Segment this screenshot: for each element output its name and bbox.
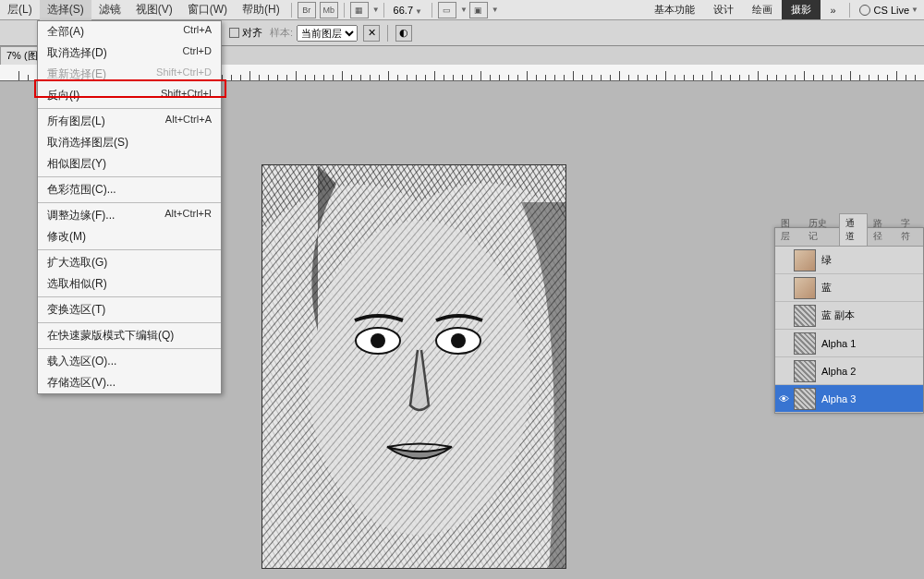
menubar: 层(L) 选择(S) 滤镜 视图(V) 窗口(W) 帮助(H) Br Mb ▦ …: [0, 0, 924, 20]
menu-item-shortcut: Ctrl+A: [183, 24, 212, 40]
panel-tab[interactable]: 字符: [895, 214, 923, 246]
align-checkbox[interactable]: [229, 28, 239, 38]
menu-help[interactable]: 帮助(H): [235, 0, 287, 20]
menu-item-label: 变换选区(T): [47, 302, 212, 318]
viewextras-icon[interactable]: ▦: [350, 2, 369, 18]
menu-item-label: 所有图层(L): [47, 114, 165, 129]
zoom-level[interactable]: 66.7▼: [394, 5, 422, 16]
menu-item-label: 取消选择图层(S): [47, 135, 212, 151]
arrange-icon[interactable]: ▭: [438, 2, 456, 18]
separator: [291, 3, 292, 18]
menu-item[interactable]: 变换选区(T): [38, 299, 221, 320]
panel-tab[interactable]: 通道: [839, 213, 869, 246]
workspace-design[interactable]: 设计: [704, 0, 743, 19]
menu-item-label: 选取相似(R): [47, 276, 212, 292]
menu-item[interactable]: 色彩范围(C)...: [38, 179, 221, 200]
menu-item-label: 重新选择(E): [47, 66, 156, 82]
workspace-painting[interactable]: 绘画: [743, 0, 782, 19]
bridge-icon[interactable]: Br: [298, 2, 316, 18]
menu-item-label: 在快速蒙版模式下编辑(Q): [47, 328, 212, 344]
menu-item-shortcut: Shift+Ctrl+I: [161, 88, 212, 103]
visibility-toggle[interactable]: 👁: [779, 393, 792, 404]
menu-item[interactable]: 相似图层(Y): [38, 153, 221, 175]
menu-item[interactable]: 修改(M): [38, 226, 221, 247]
menu-item-label: 存储选区(V)...: [47, 375, 212, 391]
menu-item[interactable]: 选取相似(R): [38, 273, 221, 295]
channel-thumbnail: [794, 360, 816, 382]
menu-item[interactable]: 反向(I)Shift+Ctrl+I: [38, 85, 221, 106]
channel-thumbnail: [794, 388, 816, 410]
separator: [383, 3, 384, 18]
svg-point-11: [451, 333, 466, 348]
menu-item-shortcut: Alt+Ctrl+R: [164, 208, 212, 223]
eye-icon: 👁: [779, 393, 789, 404]
menu-item[interactable]: 扩大选取(G): [38, 252, 221, 273]
ignore-adjust-icon[interactable]: ✕: [363, 25, 380, 42]
menu-item-shortcut: Alt+Ctrl+A: [165, 114, 212, 129]
menu-item-label: 相似图层(Y): [47, 156, 212, 172]
select-menu-dropdown: 全部(A)Ctrl+A取消选择(D)Ctrl+D重新选择(E)Shift+Ctr…: [37, 20, 222, 394]
menu-item-shortcut: Ctrl+D: [183, 45, 212, 61]
separator: [849, 3, 850, 18]
svg-point-9: [371, 333, 385, 348]
menu-item-shortcut: Shift+Ctrl+D: [156, 66, 212, 82]
menu-item[interactable]: 在快速蒙版模式下编辑(Q): [38, 325, 221, 346]
menu-item[interactable]: 全部(A)Ctrl+A: [38, 21, 221, 42]
cslive-icon: [859, 5, 870, 16]
channel-thumbnail: [794, 332, 816, 355]
menu-item-label: 调整边缘(F)...: [47, 208, 164, 223]
workspace-essentials[interactable]: 基本功能: [645, 0, 704, 19]
image-canvas[interactable]: [261, 164, 566, 569]
align-label: 对齐: [242, 26, 262, 40]
channel-name: Alpha 3: [821, 393, 856, 404]
minibridge-icon[interactable]: Mb: [320, 2, 338, 18]
menu-item-label: 反向(I): [47, 88, 161, 103]
workspace-photography[interactable]: 摄影: [782, 0, 821, 19]
workspace-more[interactable]: »: [821, 2, 845, 18]
channel-thumbnail: [794, 305, 816, 327]
pressure-icon[interactable]: ◐: [395, 25, 412, 42]
menu-select[interactable]: 选择(S): [40, 0, 91, 20]
menu-item[interactable]: 取消选择(D)Ctrl+D: [38, 42, 221, 64]
channel-name: Alpha 1: [821, 338, 856, 349]
menu-item: 重新选择(E)Shift+Ctrl+D: [38, 64, 221, 85]
sample-dropdown[interactable]: 当前图层: [297, 25, 358, 42]
menu-item-label: 色彩范围(C)...: [47, 182, 212, 198]
menu-item[interactable]: 存储选区(V)...: [38, 372, 221, 393]
menu-item-label: 载入选区(O)...: [47, 354, 212, 369]
channel-item[interactable]: 蓝 副本: [775, 302, 923, 330]
screenmode-icon[interactable]: ▣: [469, 2, 488, 18]
menu-item-label: 取消选择(D): [47, 45, 183, 61]
separator: [432, 3, 432, 18]
panel-tab[interactable]: 图层: [775, 214, 803, 246]
menu-item-label: 修改(M): [47, 229, 212, 245]
channel-item[interactable]: Alpha 2: [775, 357, 923, 385]
sample-label: 样本:: [270, 26, 293, 40]
menu-view[interactable]: 视图(V): [128, 0, 180, 20]
menu-item[interactable]: 取消选择图层(S): [38, 132, 221, 153]
channel-item[interactable]: 👁Alpha 3: [775, 385, 923, 413]
chevron-down-icon: ▼: [372, 6, 380, 14]
channel-name: 绿: [821, 253, 832, 267]
menu-window[interactable]: 窗口(W): [180, 0, 235, 20]
channel-thumbnail: [794, 249, 816, 271]
panel-tab[interactable]: 历史记: [803, 214, 839, 246]
channel-name: Alpha 2: [821, 366, 856, 377]
panel-tabs: 图层历史记通道路径字符: [775, 228, 923, 247]
portrait-sketch: [262, 165, 566, 569]
cslive-button[interactable]: CS Live▼: [859, 5, 918, 16]
menu-filter[interactable]: 滤镜: [91, 0, 128, 20]
channel-name: 蓝 副本: [821, 308, 855, 322]
menu-item-label: 全部(A): [47, 24, 183, 40]
channels-panel: 图层历史记通道路径字符 绿蓝蓝 副本Alpha 1Alpha 2👁Alpha 3: [774, 227, 924, 414]
channel-item[interactable]: Alpha 1: [775, 330, 923, 357]
menu-item[interactable]: 所有图层(L)Alt+Ctrl+A: [38, 111, 221, 132]
menu-item-label: 扩大选取(G): [47, 255, 212, 271]
channel-item[interactable]: 绿: [775, 247, 923, 274]
menu-item[interactable]: 调整边缘(F)...Alt+Ctrl+R: [38, 205, 221, 226]
menu-layer[interactable]: 层(L): [0, 0, 40, 20]
channel-thumbnail: [794, 277, 816, 299]
menu-item[interactable]: 载入选区(O)...: [38, 351, 221, 372]
channel-item[interactable]: 蓝: [775, 274, 923, 302]
panel-tab[interactable]: 路径: [868, 214, 895, 246]
